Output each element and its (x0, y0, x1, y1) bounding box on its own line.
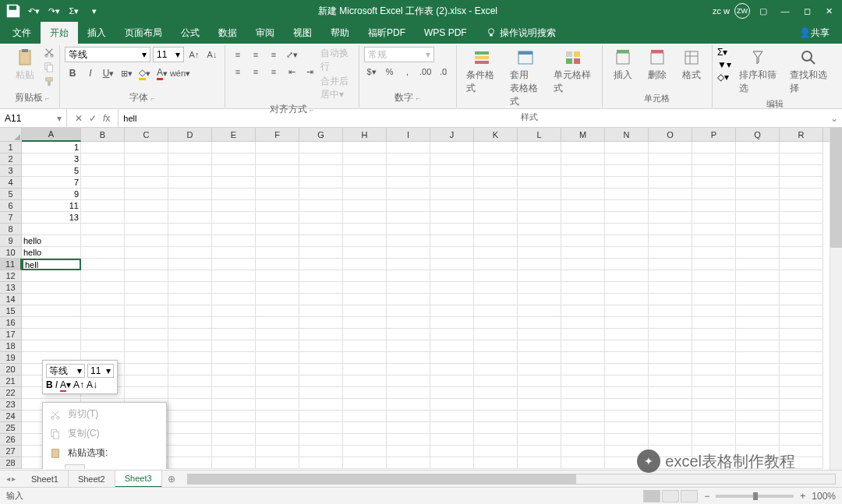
cell[interactable] (212, 352, 256, 364)
cell[interactable] (212, 153, 256, 165)
column-header[interactable]: F (256, 128, 299, 141)
cell[interactable] (168, 305, 212, 317)
column-header[interactable]: C (125, 128, 168, 141)
cell[interactable] (780, 270, 823, 282)
cell[interactable] (430, 235, 474, 247)
cell[interactable] (22, 270, 81, 282)
user-name[interactable]: zc w (713, 6, 730, 16)
sort-filter-button[interactable]: 排序和筛选 (734, 47, 782, 97)
cell-styles-button[interactable]: 单元格样式 (549, 47, 597, 97)
cell[interactable] (736, 422, 780, 434)
paste-button[interactable]: 粘贴 (9, 47, 41, 83)
cell[interactable] (561, 142, 605, 153)
cell[interactable] (125, 329, 168, 340)
cell[interactable] (474, 270, 518, 282)
cell[interactable] (343, 411, 387, 422)
cell[interactable] (780, 282, 823, 294)
decrease-decimal-icon[interactable]: .0 (436, 64, 451, 79)
cell[interactable] (605, 352, 649, 364)
cell[interactable] (168, 387, 212, 399)
cell[interactable] (168, 212, 212, 224)
cell[interactable] (168, 434, 212, 446)
increase-indent-icon[interactable]: ⇥ (302, 64, 317, 79)
cell[interactable] (605, 399, 649, 411)
cell[interactable] (518, 177, 561, 189)
cell[interactable] (518, 387, 561, 399)
menu-foxit[interactable]: 福昕PDF (359, 22, 415, 44)
cell[interactable] (780, 200, 823, 212)
cell[interactable] (780, 352, 823, 364)
cell[interactable] (736, 189, 780, 200)
cell[interactable] (343, 259, 387, 270)
cell[interactable] (168, 189, 212, 200)
cell[interactable] (299, 247, 343, 259)
cell[interactable] (561, 165, 605, 177)
cell[interactable] (430, 364, 474, 375)
cell[interactable] (692, 165, 736, 177)
column-header[interactable]: O (649, 128, 692, 141)
cell[interactable] (474, 305, 518, 317)
cell[interactable] (474, 411, 518, 422)
cell[interactable] (430, 153, 474, 165)
cell[interactable] (212, 235, 256, 247)
cell[interactable] (125, 340, 168, 352)
cell[interactable] (387, 434, 430, 446)
cell[interactable] (780, 259, 823, 270)
cell[interactable] (474, 329, 518, 340)
align-center-icon[interactable]: ≡ (248, 64, 264, 79)
row-header[interactable]: 8 (0, 224, 22, 235)
cell[interactable] (22, 294, 81, 305)
cell[interactable] (387, 317, 430, 329)
cell[interactable] (736, 364, 780, 375)
cell[interactable] (736, 259, 780, 270)
cell[interactable] (212, 200, 256, 212)
cell[interactable] (22, 317, 81, 329)
cell[interactable] (649, 387, 692, 399)
row-header[interactable]: 4 (0, 177, 22, 189)
cell[interactable] (736, 177, 780, 189)
cell[interactable] (299, 282, 343, 294)
menu-review[interactable]: 审阅 (246, 22, 284, 44)
format-table-button[interactable]: 套用 表格格式 (505, 47, 546, 110)
cell[interactable] (343, 305, 387, 317)
cell[interactable] (474, 200, 518, 212)
column-header[interactable]: R (780, 128, 823, 141)
cell[interactable] (518, 282, 561, 294)
cm-copy[interactable]: 复制(C) (43, 424, 166, 443)
cell[interactable] (561, 259, 605, 270)
cell[interactable] (780, 411, 823, 422)
column-header[interactable]: D (168, 128, 212, 141)
conditional-format-button[interactable]: 条件格式 (462, 47, 502, 97)
cell[interactable] (299, 317, 343, 329)
cell[interactable] (212, 212, 256, 224)
cell[interactable] (256, 270, 299, 282)
cell[interactable] (561, 270, 605, 282)
row-header[interactable]: 16 (0, 317, 22, 329)
cell[interactable] (256, 364, 299, 375)
cell[interactable] (168, 235, 212, 247)
cell[interactable] (780, 364, 823, 375)
cell[interactable] (780, 294, 823, 305)
cell[interactable] (299, 259, 343, 270)
save-icon[interactable] (5, 2, 22, 19)
cell[interactable] (256, 177, 299, 189)
cell[interactable] (212, 270, 256, 282)
row-header[interactable]: 13 (0, 282, 22, 294)
cell[interactable] (343, 270, 387, 282)
cell[interactable] (125, 305, 168, 317)
cell[interactable] (474, 212, 518, 224)
cell[interactable] (649, 329, 692, 340)
column-header[interactable]: E (212, 128, 256, 141)
cell[interactable]: hello (22, 247, 81, 259)
cell[interactable] (561, 411, 605, 422)
zoom-level[interactable]: 100% (812, 491, 836, 502)
zoom-in-icon[interactable]: + (800, 491, 805, 502)
copy-icon[interactable] (44, 62, 55, 75)
cell[interactable] (692, 282, 736, 294)
currency-icon[interactable]: $▾ (364, 64, 380, 79)
cell[interactable] (430, 200, 474, 212)
cell[interactable] (649, 189, 692, 200)
cell[interactable] (168, 165, 212, 177)
cell[interactable] (212, 364, 256, 375)
cell[interactable] (649, 212, 692, 224)
